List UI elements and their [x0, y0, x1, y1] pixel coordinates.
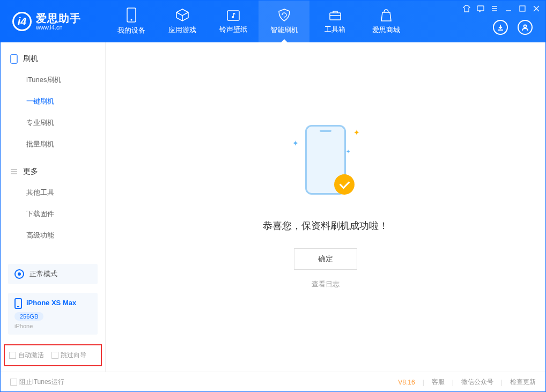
svg-rect-7	[520, 6, 525, 11]
app-header: i4 爱思助手 www.i4.cn 我的设备 应用游戏 铃声壁纸 智能刷机 工具…	[1, 1, 545, 42]
device-card[interactable]: iPhone XS Max 256GB iPhone	[8, 293, 98, 335]
sidebar-section-more: 更多	[1, 161, 105, 182]
sidebar-item-batch-flash[interactable]: 批量刷机	[1, 134, 105, 155]
checkmark-badge-icon	[334, 174, 355, 195]
svg-point-4	[232, 16, 234, 18]
device-icon	[14, 298, 22, 309]
view-log-link[interactable]: 查看日志	[312, 279, 340, 289]
sidebar-item-advanced[interactable]: 高级功能	[1, 225, 105, 246]
nav-my-device[interactable]: 我的设备	[106, 1, 157, 42]
list-icon	[10, 168, 18, 175]
flash-options-row: 自动激活 跳过向导	[4, 344, 102, 366]
download-button[interactable]	[493, 20, 508, 35]
app-name: 爱思助手	[36, 12, 81, 24]
support-link[interactable]: 客服	[432, 378, 445, 387]
device-type: iPhone	[14, 323, 91, 329]
success-message: 恭喜您，保资料刷机成功啦！	[263, 219, 388, 232]
music-folder-icon	[226, 9, 240, 21]
sidebar-item-other-tools[interactable]: 其他工具	[1, 182, 105, 203]
logo-icon: i4	[12, 12, 32, 31]
sidebar-item-firmware[interactable]: 下载固件	[1, 203, 105, 225]
bag-icon	[380, 8, 393, 22]
user-button[interactable]	[518, 20, 533, 35]
mode-card[interactable]: 正常模式	[8, 264, 98, 284]
svg-rect-6	[477, 6, 484, 11]
version-label: V8.16	[398, 379, 415, 386]
mode-status-icon	[14, 269, 24, 279]
cb-skip-guide[interactable]: 跳过向导	[51, 351, 86, 360]
sparkle-icon: ✦	[292, 139, 299, 147]
feedback-icon[interactable]	[477, 5, 484, 12]
maximize-icon[interactable]	[519, 5, 526, 12]
close-icon[interactable]	[533, 5, 540, 12]
mode-label: 正常模式	[29, 269, 57, 279]
ok-button[interactable]: 确定	[294, 248, 357, 270]
phone-outline-icon	[10, 54, 18, 64]
minimize-icon[interactable]	[505, 5, 512, 12]
sidebar: 刷机 iTunes刷机 一键刷机 专业刷机 批量刷机 更多 其他工具 下载固件 …	[1, 42, 106, 372]
top-nav: 我的设备 应用游戏 铃声壁纸 智能刷机 工具箱 爱思商城	[106, 1, 411, 42]
cb-auto-activate[interactable]: 自动激活	[9, 351, 44, 360]
nav-apps[interactable]: 应用游戏	[157, 1, 208, 42]
sidebar-item-oneclick-flash[interactable]: 一键刷机	[1, 91, 105, 112]
nav-store[interactable]: 爱思商城	[360, 1, 411, 42]
header-right-actions	[493, 20, 533, 35]
main-content: ✦ ✦ ✦ 恭喜您，保资料刷机成功啦！ 确定 查看日志	[106, 42, 545, 372]
sparkle-icon: ✦	[353, 128, 360, 137]
device-storage: 256GB	[14, 312, 43, 321]
sidebar-section-flash: 刷机	[1, 49, 105, 69]
menu-icon[interactable]	[491, 5, 498, 12]
device-name: iPhone XS Max	[26, 299, 76, 307]
toolbox-icon	[328, 9, 342, 21]
status-bar: 阻止iTunes运行 V8.16 | 客服 | 微信公众号 | 检查更新	[1, 372, 545, 392]
shield-refresh-icon	[277, 8, 291, 22]
phone-icon	[126, 8, 137, 23]
svg-point-8	[524, 25, 527, 28]
window-controls	[463, 5, 540, 12]
wechat-link[interactable]: 微信公众号	[461, 378, 493, 387]
logo-area: i4 爱思助手 www.i4.cn	[1, 1, 106, 42]
svg-rect-9	[11, 55, 17, 63]
cb-block-itunes[interactable]: 阻止iTunes运行	[10, 378, 64, 387]
check-update-link[interactable]: 检查更新	[510, 378, 536, 387]
svg-point-1	[130, 19, 132, 21]
sparkle-icon: ✦	[346, 149, 350, 154]
cube-icon	[175, 8, 189, 22]
tshirt-icon[interactable]	[463, 5, 470, 12]
svg-rect-5	[330, 13, 341, 20]
app-url: www.i4.cn	[36, 24, 81, 31]
success-illustration: ✦ ✦ ✦	[293, 125, 358, 205]
sidebar-item-pro-flash[interactable]: 专业刷机	[1, 112, 105, 134]
nav-flash[interactable]: 智能刷机	[259, 1, 309, 42]
nav-toolbox[interactable]: 工具箱	[309, 1, 360, 42]
sidebar-item-itunes-flash[interactable]: iTunes刷机	[1, 69, 105, 91]
nav-ringtone[interactable]: 铃声壁纸	[208, 1, 259, 42]
